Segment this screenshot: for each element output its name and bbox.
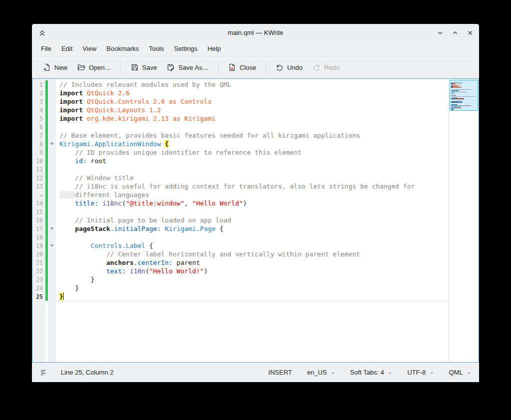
code-line[interactable]: different languages xyxy=(56,191,449,199)
code-row[interactable]: 4import QtQuick.Layouts 1.2 xyxy=(32,106,449,114)
code-row[interactable]: 8Kirigami.ApplicationWindow { xyxy=(32,140,449,148)
code-line[interactable]: } xyxy=(56,275,449,284)
line-number: 18 xyxy=(32,234,45,241)
statusbar-mode-label: INSERT xyxy=(268,369,292,376)
code-row[interactable]: 24 } xyxy=(32,284,449,292)
menu-settings[interactable]: Settings xyxy=(169,42,203,56)
line-number: 13 xyxy=(32,183,45,190)
line-number: 5 xyxy=(32,115,45,122)
code-row[interactable]: 14 title: i18nc("@title:window", "Hello … xyxy=(32,199,449,208)
fold-marker[interactable] xyxy=(48,143,56,145)
code-line[interactable]: // ID provides unique identifier to refe… xyxy=(56,148,449,157)
window-title: main.qml — KWrite xyxy=(32,24,479,42)
menu-view[interactable]: View xyxy=(77,42,101,56)
code-row[interactable]: 19 Controls.Label { xyxy=(32,241,449,250)
close-document-button[interactable]: Close xyxy=(223,60,261,74)
line-number: 22 xyxy=(32,268,45,275)
code-row[interactable]: 13 // i18nc is useful for adding context… xyxy=(32,182,449,191)
code-line[interactable]: Controls.Label { xyxy=(56,241,449,250)
code-row[interactable]: 23 } xyxy=(32,275,449,284)
code-row[interactable]: 16 // Initial page to be loaded on app l… xyxy=(32,216,449,224)
code-row[interactable]: ↵different languages xyxy=(32,191,449,199)
code-row[interactable]: 21 anchors.centerIn: parent xyxy=(32,258,449,267)
code-line[interactable]: import QtQuick.Layouts 1.2 xyxy=(56,106,449,114)
statusbar-encoding[interactable]: UTF-8⌄ xyxy=(407,369,434,376)
menu-help[interactable]: Help xyxy=(203,42,226,56)
text-area[interactable]: 1// Includes relevant modules used by th… xyxy=(32,79,449,362)
minimap-viewport[interactable] xyxy=(450,80,478,111)
save-as-label: Save As… xyxy=(178,64,209,71)
code-line[interactable]: // Includes relevant modules used by the… xyxy=(56,80,449,89)
statusbar-tab-mode[interactable]: Soft Tabs: 4⌄ xyxy=(350,369,392,376)
code-row[interactable]: 9 // ID provides unique identifier to re… xyxy=(32,148,449,157)
code-row[interactable]: 2import QtQuick 2.6 xyxy=(32,89,449,97)
line-number: 7 xyxy=(32,132,45,139)
code-row[interactable]: 3import QtQuick.Controls 2.0 as Controls xyxy=(32,97,449,106)
code-line[interactable]: } xyxy=(56,284,449,292)
line-number: 15 xyxy=(32,209,45,215)
code-line[interactable]: text: i18n("Hello World!") xyxy=(56,267,449,275)
code-line[interactable]: // Center label horizontally and vertica… xyxy=(56,250,449,258)
new-button[interactable]: New xyxy=(38,60,72,74)
code-row[interactable]: 5import org.kde.kirigami 2.13 as Kirigam… xyxy=(32,114,449,123)
code-row[interactable]: 11 xyxy=(32,165,449,174)
code-row[interactable]: 10 id: root xyxy=(32,157,449,165)
code-line[interactable]: import QtQuick.Controls 2.0 as Controls xyxy=(56,97,449,106)
save-as-button[interactable]: Save As… xyxy=(162,60,214,74)
code-line[interactable]: import QtQuick 2.6 xyxy=(56,89,449,97)
maximize-button[interactable] xyxy=(451,29,459,37)
code-line[interactable]: pageStack.initialPage: Kirigami.Page { xyxy=(56,224,449,233)
cursor-position[interactable]: Line 25, Column 2 xyxy=(61,369,114,376)
text-info-icon[interactable] xyxy=(40,369,48,377)
code-row[interactable]: 12 // Window title xyxy=(32,174,449,182)
undo-label: Undo xyxy=(287,64,302,71)
menu-edit[interactable]: Edit xyxy=(56,42,77,56)
code-line[interactable]: // Window title xyxy=(56,174,449,182)
open-button[interactable]: Open… xyxy=(72,60,116,74)
code-row[interactable]: 7// Base element, provides basic feature… xyxy=(32,131,449,140)
code-row[interactable]: 17 pageStack.initialPage: Kirigami.Page … xyxy=(32,224,449,233)
open-label: Open… xyxy=(89,64,111,71)
line-number: 6 xyxy=(32,124,45,131)
code-row[interactable]: 20 // Center label horizontally and vert… xyxy=(32,250,449,258)
menu-bar: FileEditViewBookmarksToolsSettingsHelp xyxy=(32,42,479,56)
minimize-button[interactable] xyxy=(436,29,444,37)
code-line[interactable]: id: root xyxy=(56,157,449,165)
statusbar-encoding-label: UTF-8 xyxy=(407,369,426,376)
code-row[interactable]: 15 xyxy=(32,208,449,216)
fold-marker[interactable] xyxy=(48,244,56,247)
scrollbar-minimap[interactable] xyxy=(449,79,479,362)
wrap-indent-box xyxy=(59,191,75,199)
code-line[interactable]: // Base element, provides basic features… xyxy=(56,131,449,140)
statusbar-syntax[interactable]: QML⌄ xyxy=(449,369,471,376)
code-row[interactable]: 1// Includes relevant modules used by th… xyxy=(32,80,449,89)
menu-tools[interactable]: Tools xyxy=(144,42,169,56)
code-row[interactable]: 25} xyxy=(32,292,449,301)
code-line[interactable]: title: i18nc("@title:window", "Hello Wor… xyxy=(56,199,449,208)
code-line[interactable]: anchors.centerIn: parent xyxy=(56,258,449,267)
title-bar[interactable]: main.qml — KWrite xyxy=(32,24,479,42)
chevron-down-icon: ⌄ xyxy=(430,370,434,375)
code-line[interactable]: Kirigami.ApplicationWindow { xyxy=(56,140,449,148)
close-document-label: Close xyxy=(240,64,256,71)
line-number: 10 xyxy=(32,158,45,165)
fold-marker[interactable] xyxy=(48,227,56,230)
code-row[interactable]: 18 xyxy=(32,233,449,241)
close-button[interactable] xyxy=(466,29,474,37)
menu-bookmarks[interactable]: Bookmarks xyxy=(101,42,144,56)
statusbar-dictionary[interactable]: en_US⌄ xyxy=(307,369,335,376)
menu-file[interactable]: File xyxy=(36,42,56,56)
code-line[interactable]: // i18nc is useful for adding context fo… xyxy=(56,182,449,191)
code-line[interactable]: } xyxy=(56,292,449,301)
undo-button[interactable]: Undo xyxy=(270,60,307,74)
code-row[interactable]: 6 xyxy=(32,123,449,131)
save-button[interactable]: Save xyxy=(126,60,162,74)
line-number: 16 xyxy=(32,217,45,224)
redo-button: Redo xyxy=(308,60,345,74)
line-number: 9 xyxy=(32,149,45,156)
code-row[interactable]: 22 text: i18n("Hello World!") xyxy=(32,267,449,275)
code-line[interactable]: import org.kde.kirigami 2.13 as Kirigami xyxy=(56,114,449,123)
redo-label: Redo xyxy=(324,64,340,71)
code-line[interactable]: // Initial page to be loaded on app load xyxy=(56,216,449,224)
statusbar-mode[interactable]: INSERT xyxy=(268,369,292,376)
